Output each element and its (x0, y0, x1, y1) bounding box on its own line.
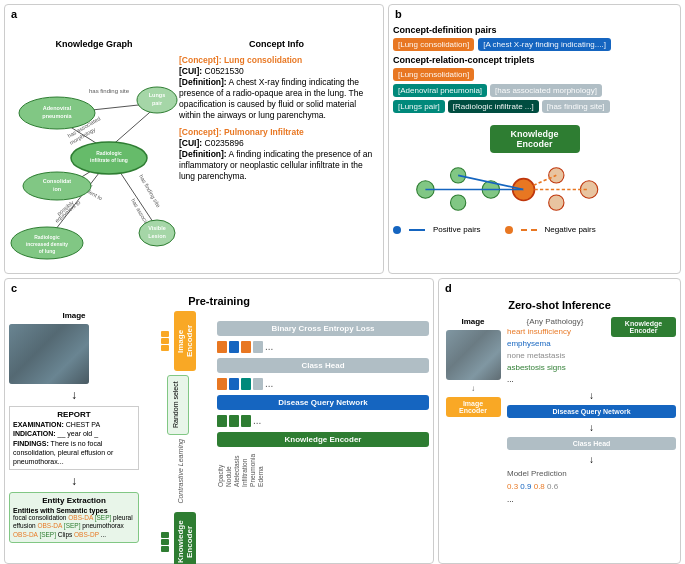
triplets-title: Concept-relation-concept triplets (393, 55, 676, 65)
block-blue-1 (229, 341, 239, 353)
report-findings-label: FINDINGS: (13, 440, 49, 447)
bce-box: Binary Cross Entropy Loss (217, 321, 429, 336)
entities-text: focal consolidation OBS-DA [SEP] pleural… (13, 514, 135, 539)
obs-dp-1: OBS-DP (74, 531, 99, 538)
block-gray-2 (253, 378, 263, 390)
panel-d: d Zero-shot Inference Image ↓ Image Enco… (438, 278, 681, 564)
block-green-2 (229, 415, 239, 427)
image-box (9, 324, 89, 384)
xray-image (9, 324, 89, 384)
knowledge-blocks (161, 532, 169, 552)
svg-text:Radiologic: Radiologic (96, 150, 122, 156)
legend-row: Positive pairs Negative pairs (393, 225, 676, 234)
b-graph-diagram (393, 159, 676, 219)
pre-training-title: Pre-training (9, 295, 429, 307)
svg-text:increased density: increased density (26, 241, 68, 247)
pred-3: 0.8 (534, 482, 547, 491)
k-block-1 (161, 532, 169, 538)
svg-point-36 (451, 195, 466, 210)
knowledge-encoder-label: Knowledge Encoder (174, 512, 196, 564)
panel-b: b Concept-definition pairs [Lung consoli… (388, 4, 681, 274)
block-gray-1 (253, 341, 263, 353)
entity-box: Entity Extraction Entities with Semantic… (9, 492, 139, 543)
class-head-box: Class Head (217, 358, 429, 373)
k-block-2 (161, 539, 169, 545)
block-orange-3 (217, 378, 227, 390)
d-dqn-box: Disease Query Network (507, 405, 676, 418)
concept2-bracket: [Concept]: (179, 127, 222, 137)
block-orange-2 (241, 341, 251, 353)
concept1-name: Lung consolidation (224, 55, 302, 65)
d-knowledge-encoder: Knowledge Encoder (611, 317, 676, 337)
top-blocks-row: ... (217, 341, 429, 353)
concept-2: [Concept]: Pulmonary Infiltrate [CUI]: C… (179, 127, 374, 182)
svg-text:of lung: of lung (39, 248, 56, 254)
pred-2: 0.9 (520, 482, 533, 491)
concept1-cui: C0521530 (205, 66, 244, 76)
disease-nodule: Nodule (225, 454, 232, 487)
svg-text:ion: ion (53, 186, 62, 192)
panel-c: c Pre-training Image ↓ REPORT EXAMINATIO… (4, 278, 434, 564)
svg-text:Radiologic: Radiologic (34, 234, 60, 240)
ke-box: Knowledge Encoder (217, 432, 429, 447)
panel-a-title: Knowledge Graph (9, 39, 179, 49)
bottom-blocks-row: ... (217, 415, 429, 427)
positive-dot (393, 226, 401, 234)
path-3: none metastasis (507, 350, 603, 362)
report-indication: INDICATION: __ year old _ (13, 429, 135, 438)
sep-1: [SEP] (95, 514, 112, 521)
d-model-pred-label: Model Prediction (507, 469, 676, 478)
d-arrow-3: ↓ (507, 422, 676, 433)
c-center: Image Encoder Random select Contrastive … (143, 311, 213, 564)
svg-text:pair: pair (152, 100, 163, 106)
obs-da-1: OBS-DA (68, 514, 93, 521)
triplet2-row: [Adenoviral pneumonia] [has associated m… (393, 84, 676, 97)
contrastive-label: Contrastive Learning (177, 439, 184, 504)
d-main: Image ↓ Image Encoder {Any Pathology} (443, 317, 676, 504)
d-arrow: ↓ (471, 384, 475, 393)
panel-a-label: a (11, 8, 17, 20)
svg-text:infiltrate of lung: infiltrate of lung (90, 157, 128, 163)
image-label: Image (9, 311, 139, 320)
positive-line (409, 229, 425, 231)
block-green-3 (241, 415, 251, 427)
report-box: REPORT EXAMINATION: CHEST PA INDICATION:… (9, 406, 139, 470)
negative-line (521, 229, 537, 231)
report-indication-label: INDICATION: (13, 430, 56, 437)
triplet3-item3: [has finding site] (542, 100, 610, 113)
entity-extraction-title: Entity Extraction (13, 496, 135, 505)
block-teal-1 (241, 378, 251, 390)
concept1-def-label: [Definition]: (179, 77, 227, 87)
panel-a: a Knowledge Graph has finding site (4, 4, 384, 274)
ellipsis-blocks: ... (265, 341, 273, 353)
ke-container: Knowledge Encoder (607, 317, 676, 386)
pathology-container: {Any Pathology} heart insufficiency emph… (507, 317, 603, 386)
d-image-encoder: Image Encoder (446, 397, 501, 417)
img-block-3 (161, 345, 169, 351)
positive-label: Positive pairs (433, 225, 481, 234)
concept-info-title: Concept Info (179, 39, 374, 51)
random-select-box: Random select (167, 375, 189, 435)
image-blocks (161, 331, 169, 351)
knowledge-encoder-box: Knowledge Encoder (490, 125, 580, 153)
c-right: Binary Cross Entropy Loss ... Class Head (217, 321, 429, 564)
concept2-def-label: [Definition]: (179, 149, 227, 159)
concept1-bracket: [Concept]: (179, 55, 222, 65)
knowledge-graph: Knowledge Graph has finding site has ass… (9, 39, 179, 269)
concept2-cui: C0235896 (205, 138, 244, 148)
sep-2: [SEP] (64, 522, 81, 529)
svg-text:Adenoviral: Adenoviral (43, 105, 72, 111)
negative-label: Negative pairs (545, 225, 596, 234)
report-findings: FINDINGS: There is no focal consolidatio… (13, 439, 135, 466)
pair1-tag: [Lung consolidation] (393, 38, 474, 51)
report-exam-label: EXAMINATION: (13, 421, 64, 428)
panel-d-label: d (445, 282, 452, 294)
negative-dot (505, 226, 513, 234)
triplet3-row: [Lungs pair] [Radiologic infiltrate ...]… (393, 100, 676, 113)
d-left: Image ↓ Image Encoder (443, 317, 503, 504)
svg-text:has finding site: has finding site (138, 174, 162, 209)
img-block-1 (161, 331, 169, 337)
concept-1: [Concept]: Lung consolidation [CUI]: C05… (179, 55, 374, 121)
ellipsis-blocks-2: ... (265, 378, 273, 390)
random-select-row: Random select (167, 375, 189, 435)
